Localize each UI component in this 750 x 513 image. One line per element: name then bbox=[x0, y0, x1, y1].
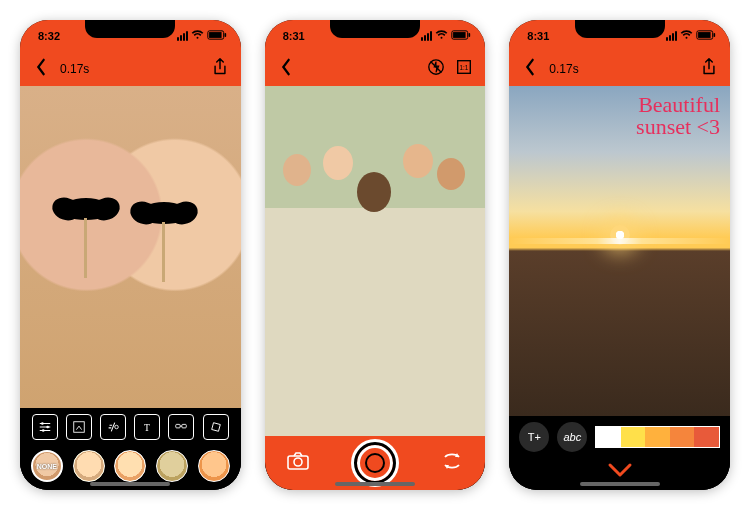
share-button[interactable] bbox=[211, 58, 229, 80]
wifi-icon bbox=[680, 30, 693, 42]
home-indicator[interactable] bbox=[580, 482, 660, 486]
adjust-tool[interactable] bbox=[32, 414, 58, 440]
svg-rect-11 bbox=[211, 423, 220, 432]
svg-point-4 bbox=[46, 426, 49, 429]
battery-icon bbox=[207, 30, 227, 42]
rotate-tool[interactable] bbox=[203, 414, 229, 440]
mustache-sticker bbox=[138, 202, 190, 224]
tool-row: T bbox=[20, 408, 241, 446]
wifi-icon bbox=[191, 30, 204, 42]
photo-preview[interactable] bbox=[20, 86, 241, 408]
wifi-icon bbox=[435, 30, 448, 42]
swatch[interactable] bbox=[621, 427, 646, 447]
transform-tool[interactable] bbox=[66, 414, 92, 440]
battery-icon bbox=[696, 30, 716, 42]
battery-icon bbox=[451, 30, 471, 42]
swatch[interactable] bbox=[645, 427, 670, 447]
svg-rect-22 bbox=[698, 32, 711, 38]
text-overlay[interactable]: Beautiful sunset <3 bbox=[636, 94, 720, 138]
svg-text:1:1: 1:1 bbox=[460, 64, 469, 71]
svg-rect-1 bbox=[209, 32, 222, 38]
share-button[interactable] bbox=[700, 58, 718, 80]
switch-camera-button[interactable] bbox=[440, 451, 464, 475]
filter-thumb[interactable] bbox=[114, 450, 146, 482]
camera-viewfinder[interactable] bbox=[265, 86, 486, 436]
top-bar: 0.17s bbox=[20, 52, 241, 86]
flash-off-icon[interactable] bbox=[427, 58, 445, 80]
svg-rect-9 bbox=[176, 424, 180, 428]
filter-thumb-none[interactable]: NONE bbox=[31, 450, 63, 482]
screenshot-editor: 8:32 0.17s bbox=[20, 20, 241, 490]
svg-rect-2 bbox=[224, 33, 226, 37]
sticker-tool[interactable] bbox=[168, 414, 194, 440]
svg-rect-23 bbox=[714, 33, 716, 37]
add-text-button[interactable]: T+ bbox=[519, 422, 549, 452]
home-indicator[interactable] bbox=[90, 482, 170, 486]
clock: 8:31 bbox=[527, 30, 549, 42]
content-area: T NONE bbox=[20, 86, 241, 490]
status-icons bbox=[666, 30, 716, 42]
top-bar: 1:1 bbox=[265, 52, 486, 86]
home-indicator[interactable] bbox=[335, 482, 415, 486]
shutter-button[interactable] bbox=[354, 442, 396, 484]
notch bbox=[85, 20, 175, 38]
swatch[interactable] bbox=[694, 427, 719, 447]
signal-icon bbox=[421, 31, 432, 41]
filter-thumb[interactable] bbox=[198, 450, 230, 482]
text-tool[interactable]: T bbox=[134, 414, 160, 440]
back-button[interactable] bbox=[32, 58, 50, 80]
color-palette[interactable] bbox=[595, 426, 720, 448]
svg-point-7 bbox=[115, 425, 119, 429]
notch bbox=[330, 20, 420, 38]
notch bbox=[575, 20, 665, 38]
mustache-sticker bbox=[60, 198, 112, 220]
people-preview bbox=[265, 86, 486, 436]
overlay-line2: sunset <3 bbox=[636, 116, 720, 138]
clock: 8:31 bbox=[283, 30, 305, 42]
sun-reflection bbox=[509, 238, 730, 244]
signal-icon bbox=[666, 31, 677, 41]
photo-preview[interactable]: Beautiful sunset <3 bbox=[509, 86, 730, 416]
back-button[interactable] bbox=[521, 58, 539, 80]
font-button[interactable]: abc bbox=[557, 422, 587, 452]
screenshot-annotate: 8:31 0.17s Beautifu bbox=[509, 20, 730, 490]
status-icons bbox=[421, 30, 471, 42]
screenshot-camera: 8:31 1:1 bbox=[265, 20, 486, 490]
aspect-ratio-icon[interactable]: 1:1 bbox=[455, 58, 473, 80]
svg-rect-14 bbox=[469, 33, 471, 37]
duration-label: 0.17s bbox=[60, 62, 89, 76]
status-icons bbox=[177, 30, 227, 42]
svg-point-5 bbox=[42, 429, 45, 432]
filter-thumb[interactable] bbox=[73, 450, 105, 482]
text-edit-bar: T+ abc bbox=[509, 416, 730, 458]
svg-rect-6 bbox=[74, 422, 85, 433]
clock: 8:32 bbox=[38, 30, 60, 42]
svg-point-20 bbox=[294, 458, 302, 466]
content-area: Beautiful sunset <3 T+ abc bbox=[509, 86, 730, 490]
stick bbox=[162, 222, 165, 282]
swatch[interactable] bbox=[670, 427, 695, 447]
filter-thumb[interactable] bbox=[156, 450, 188, 482]
signal-icon bbox=[177, 31, 188, 41]
svg-point-3 bbox=[41, 422, 44, 425]
content-area bbox=[265, 86, 486, 490]
svg-rect-13 bbox=[453, 32, 466, 38]
svg-text:T: T bbox=[144, 422, 150, 433]
stick bbox=[84, 218, 87, 278]
top-bar: 0.17s bbox=[509, 52, 730, 86]
overlay-line1: Beautiful bbox=[636, 94, 720, 116]
svg-rect-10 bbox=[182, 424, 186, 428]
back-button[interactable] bbox=[277, 58, 295, 80]
gallery-button[interactable] bbox=[286, 451, 310, 475]
speed-tool[interactable] bbox=[100, 414, 126, 440]
swatch[interactable] bbox=[596, 427, 621, 447]
duration-label: 0.17s bbox=[549, 62, 578, 76]
